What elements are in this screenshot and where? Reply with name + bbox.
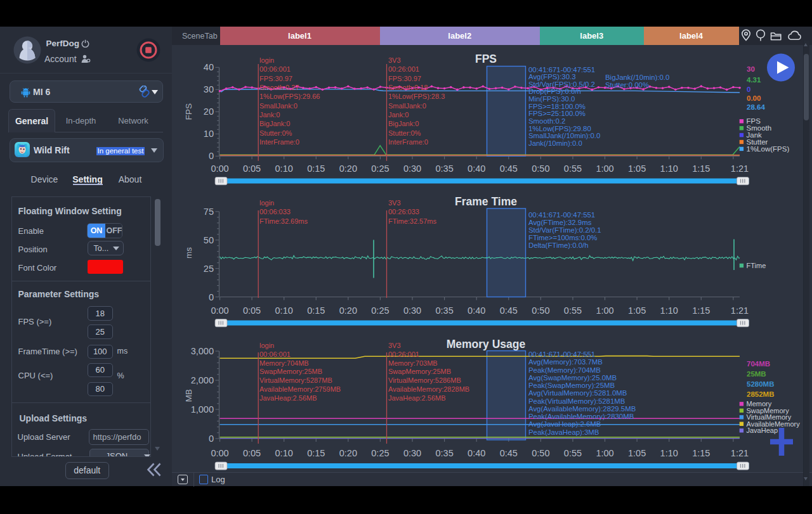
svg-text:Smooth:0.27: Smooth:0.27 [259, 84, 299, 91]
svg-text:10: 10 [204, 129, 214, 139]
svg-text:Frame Time: Frame Time [455, 195, 517, 208]
svg-text:Peak(AvailableMemory):2830MB: Peak(AvailableMemory):2830MB [528, 413, 634, 420]
svg-text:AvailableMemory:2759MB: AvailableMemory:2759MB [259, 385, 341, 393]
svg-text:1%Low(FPS):29.66: 1%Low(FPS):29.66 [259, 93, 320, 100]
svg-text:28.64: 28.64 [747, 103, 765, 111]
svg-text:1,000: 1,000 [191, 404, 214, 414]
svg-text:0: 0 [209, 434, 214, 444]
svg-text:AvailableMemory:2828MB: AvailableMemory:2828MB [388, 385, 469, 393]
svg-text:1:00: 1:00 [596, 164, 613, 174]
svg-text:login: login [259, 199, 274, 207]
svg-text:0:15: 0:15 [307, 164, 325, 174]
svg-text:00:06:001: 00:06:001 [259, 350, 291, 358]
svg-text:00:41:671-00:47:551: 00:41:671-00:47:551 [528, 350, 595, 358]
svg-text:login: login [259, 56, 274, 64]
svg-text:Jank:0: Jank:0 [388, 111, 409, 119]
svg-text:JavaHeap: JavaHeap [747, 427, 778, 434]
svg-text:0:35: 0:35 [435, 305, 453, 316]
svg-text:0:25: 0:25 [371, 164, 389, 174]
svg-text:SmallJank(/10min):0.0: SmallJank(/10min):0.0 [528, 132, 600, 139]
svg-text:Peak(Memory):704MB: Peak(Memory):704MB [528, 366, 601, 374]
svg-text:Avg(FTime):32.9ms: Avg(FTime):32.9ms [528, 219, 592, 226]
svg-text:Jank:0: Jank:0 [259, 111, 280, 119]
svg-text:VirtualMemory:5286MB: VirtualMemory:5286MB [388, 376, 461, 384]
svg-text:1:10: 1:10 [660, 448, 678, 458]
svg-text:FTime:32.69ms: FTime:32.69ms [259, 217, 308, 225]
svg-text:00:06:001: 00:06:001 [259, 65, 291, 73]
svg-text:JavaHeap:2.56MB: JavaHeap:2.56MB [388, 394, 446, 402]
svg-text:00:26:001: 00:26:001 [388, 350, 419, 358]
svg-text:SwapMemory:25MB: SwapMemory:25MB [259, 368, 322, 375]
svg-text:Avg(JavaHeap):2.6MB: Avg(JavaHeap):2.6MB [528, 420, 601, 428]
svg-text:Smooth:0.2: Smooth:0.2 [528, 117, 565, 125]
svg-text:ms: ms [184, 247, 193, 259]
svg-text:0:05: 0:05 [243, 164, 261, 174]
svg-text:704MB: 704MB [747, 360, 770, 368]
svg-text:2,000: 2,000 [191, 375, 214, 385]
svg-text:1:15: 1:15 [692, 305, 710, 316]
svg-text:1:21: 1:21 [731, 448, 749, 458]
svg-text:Stutter:0.00%: Stutter:0.00% [605, 81, 649, 89]
svg-text:FTime: FTime [747, 262, 766, 269]
svg-text:0:25: 0:25 [371, 305, 389, 316]
svg-text:BigJank:0: BigJank:0 [259, 120, 290, 127]
svg-text:0:40: 0:40 [468, 448, 485, 458]
svg-text:Smooth:0.18: Smooth:0.18 [388, 84, 428, 91]
svg-text:75: 75 [204, 207, 214, 217]
svg-text:Avg(AvailableMemory):2829.5MB: Avg(AvailableMemory):2829.5MB [528, 405, 636, 413]
svg-text:0:10: 0:10 [275, 164, 293, 174]
svg-text:0:45: 0:45 [500, 448, 518, 458]
svg-text:0:10: 0:10 [275, 448, 293, 458]
svg-text:0:20: 0:20 [339, 448, 357, 458]
svg-text:1%Low(FPS):29.80: 1%Low(FPS):29.80 [528, 125, 591, 132]
svg-text:0:40: 0:40 [468, 305, 485, 316]
svg-text:40: 40 [204, 62, 214, 72]
svg-text:3V3: 3V3 [388, 342, 401, 349]
svg-text:0:15: 0:15 [307, 305, 325, 316]
svg-text:InterFrame:0: InterFrame:0 [388, 138, 428, 146]
svg-text:FPS:30.97: FPS:30.97 [259, 75, 292, 82]
svg-text:Avg(FPS):30.3: Avg(FPS):30.3 [528, 73, 576, 80]
svg-text:login: login [259, 342, 274, 349]
svg-text:00:41:671-00:47:551: 00:41:671-00:47:551 [528, 66, 595, 74]
svg-text:0:10: 0:10 [275, 305, 293, 316]
svg-text:2852MB: 2852MB [747, 390, 774, 398]
svg-text:0:00: 0:00 [211, 305, 228, 316]
svg-text:VirtualMemory:5287MB: VirtualMemory:5287MB [259, 376, 332, 384]
svg-text:Avg(SwapMemory):25.0MB: Avg(SwapMemory):25.0MB [528, 374, 617, 382]
svg-text:Jank(/10min):0.0: Jank(/10min):0.0 [528, 139, 582, 147]
svg-text:Avg(VirtualMemory):5281.0MB: Avg(VirtualMemory):5281.0MB [528, 389, 627, 397]
svg-text:MB: MB [184, 389, 193, 402]
svg-text:0:25: 0:25 [371, 448, 389, 458]
svg-text:BigJank:0: BigJank:0 [388, 120, 419, 127]
svg-text:1:05: 1:05 [628, 305, 646, 316]
svg-text:SmallJank:0: SmallJank:0 [259, 102, 298, 110]
svg-text:1:21: 1:21 [731, 305, 749, 316]
svg-text:Memory Usage: Memory Usage [447, 338, 526, 350]
svg-text:0:20: 0:20 [339, 305, 357, 316]
svg-text:0: 0 [747, 86, 750, 93]
svg-text:SwapMemory:25MB: SwapMemory:25MB [388, 368, 451, 375]
svg-text:Std/Var(FPS):0.5/0.2: Std/Var(FPS):0.5/0.2 [528, 80, 595, 88]
svg-text:50: 50 [204, 235, 214, 245]
svg-text:0:00: 0:00 [211, 164, 228, 174]
svg-text:Avg(Memory):703.7MB: Avg(Memory):703.7MB [528, 358, 603, 366]
svg-text:1:10: 1:10 [660, 305, 678, 316]
svg-text:0: 0 [209, 151, 214, 161]
svg-text:FTime>=100ms:0.0%: FTime>=100ms:0.0% [528, 234, 597, 241]
svg-text:0:05: 0:05 [243, 305, 261, 316]
svg-text:00:26:001: 00:26:001 [388, 65, 419, 73]
svg-text:Peak(VirtualMemory):5281MB: Peak(VirtualMemory):5281MB [528, 397, 625, 405]
svg-text:0: 0 [209, 292, 214, 302]
svg-text:0:50: 0:50 [532, 448, 549, 458]
svg-text:0:50: 0:50 [532, 305, 549, 316]
svg-text:1:21: 1:21 [731, 164, 749, 174]
svg-text:0:05: 0:05 [243, 448, 261, 458]
svg-text:0:15: 0:15 [307, 448, 325, 458]
svg-text:0:20: 0:20 [339, 164, 357, 174]
svg-text:FPS:30.97: FPS:30.97 [388, 75, 421, 82]
svg-text:JavaHeap:2.56MB: JavaHeap:2.56MB [259, 394, 317, 402]
svg-text:FPS: FPS [184, 103, 193, 120]
svg-text:Min(FPS):30.0: Min(FPS):30.0 [528, 95, 575, 103]
svg-text:0:45: 0:45 [500, 305, 518, 316]
